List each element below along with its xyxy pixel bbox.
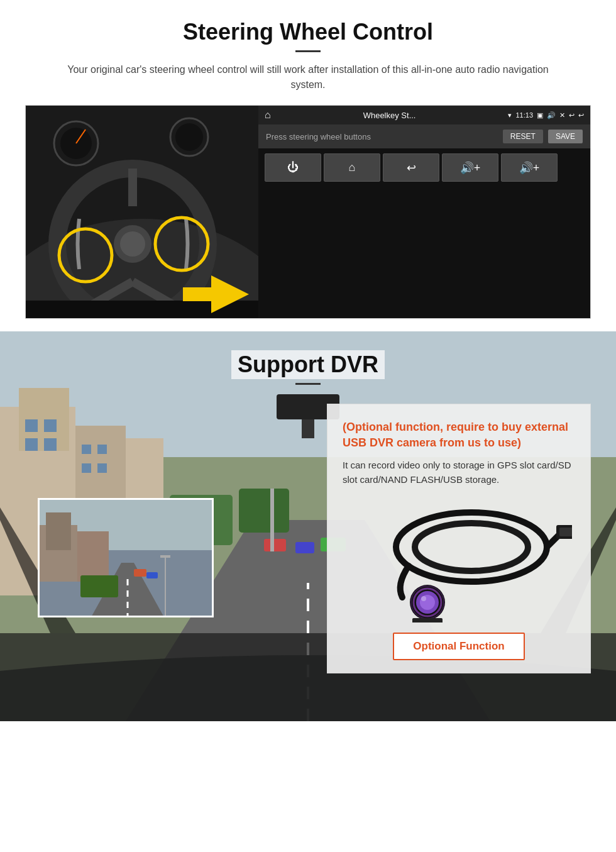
vol-down-button[interactable]: 🔊+: [501, 153, 558, 182]
dvr-left-area: [25, 397, 314, 617]
volume-icon: 🔊: [547, 111, 556, 119]
back-icon: ↩: [569, 111, 575, 119]
app-name: Wheelkey St...: [276, 111, 503, 120]
svg-rect-55: [80, 575, 118, 597]
svg-rect-65: [412, 618, 443, 622]
time-display: 11:13: [515, 111, 533, 119]
vol-up-button[interactable]: 🔊+: [442, 153, 498, 182]
steering-wheel-bg: [26, 106, 258, 319]
topbar-buttons: RESET SAVE: [503, 130, 583, 143]
dvr-title: Support DVR: [231, 350, 385, 379]
steering-wheel-photo: [26, 106, 258, 319]
svg-point-66: [421, 596, 426, 601]
dvr-thumbnail-inner: [40, 500, 212, 616]
home-icon[interactable]: ⌂: [265, 109, 271, 121]
svg-point-7: [120, 231, 145, 257]
wifi-icon: ▾: [508, 111, 512, 119]
dvr-layout: (Optional function, require to buy exter…: [25, 397, 591, 673]
dvr-info-card: (Optional function, require to buy exter…: [327, 404, 591, 673]
dvr-description: It can record video only to storage in G…: [343, 458, 575, 487]
dvr-optional-text: (Optional function, require to buy exter…: [343, 419, 575, 451]
svg-rect-54: [160, 555, 170, 558]
svg-rect-17: [183, 287, 214, 301]
steering-title: Steering Wheel Control: [25, 19, 591, 45]
topbar-label: Press steering wheel buttons: [266, 132, 371, 141]
svg-rect-47: [46, 512, 71, 550]
dvr-title-area: Support DVR: [25, 350, 591, 385]
menu-icon: ↩: [578, 111, 584, 119]
android-screen: ⌂ Wheelkey St... ▾ 11:13 ▣ 🔊 ✕ ↩ ↩ Press…: [258, 106, 590, 318]
steering-description: Your original car's steering wheel contr…: [63, 62, 553, 92]
optional-function-button[interactable]: Optional Function: [393, 633, 524, 660]
dvr-section: Support DVR: [0, 331, 616, 721]
home-button[interactable]: ⌂: [324, 153, 380, 182]
dvr-camera-image: [343, 497, 575, 622]
dvr-title-divider: [295, 383, 321, 385]
svg-rect-59: [559, 528, 572, 536]
camera-svg: [346, 497, 572, 622]
power-button[interactable]: ⏻: [265, 153, 321, 182]
svg-point-57: [415, 523, 528, 571]
close-icon: ✕: [559, 111, 565, 119]
android-controls: ⏻ ⌂ ↩ 🔊+ 🔊+: [258, 148, 590, 187]
steering-image-container: ⌂ Wheelkey St... ▾ 11:13 ▣ 🔊 ✕ ↩ ↩ Press…: [25, 105, 591, 319]
back-button[interactable]: ↩: [383, 153, 439, 182]
reset-button[interactable]: RESET: [503, 130, 543, 143]
android-statusbar: ⌂ Wheelkey St... ▾ 11:13 ▣ 🔊 ✕ ↩ ↩: [258, 106, 590, 124]
dvr-thumbnail: [38, 498, 214, 617]
svg-rect-52: [146, 572, 158, 578]
steering-wheel-svg: [26, 106, 258, 319]
svg-rect-51: [134, 569, 146, 577]
camera-icon: ▣: [537, 111, 543, 119]
dvr-content: Support DVR: [0, 331, 616, 692]
svg-point-12: [175, 123, 203, 151]
title-divider: [295, 50, 321, 52]
svg-rect-48: [77, 531, 109, 582]
thumbnail-svg: [40, 500, 214, 617]
statusbar-icons: ▾ 11:13 ▣ 🔊 ✕ ↩ ↩: [508, 111, 584, 119]
steering-section: Steering Wheel Control Your original car…: [0, 0, 616, 331]
save-button[interactable]: SAVE: [548, 130, 583, 143]
android-topbar: Press steering wheel buttons RESET SAVE: [258, 124, 590, 148]
